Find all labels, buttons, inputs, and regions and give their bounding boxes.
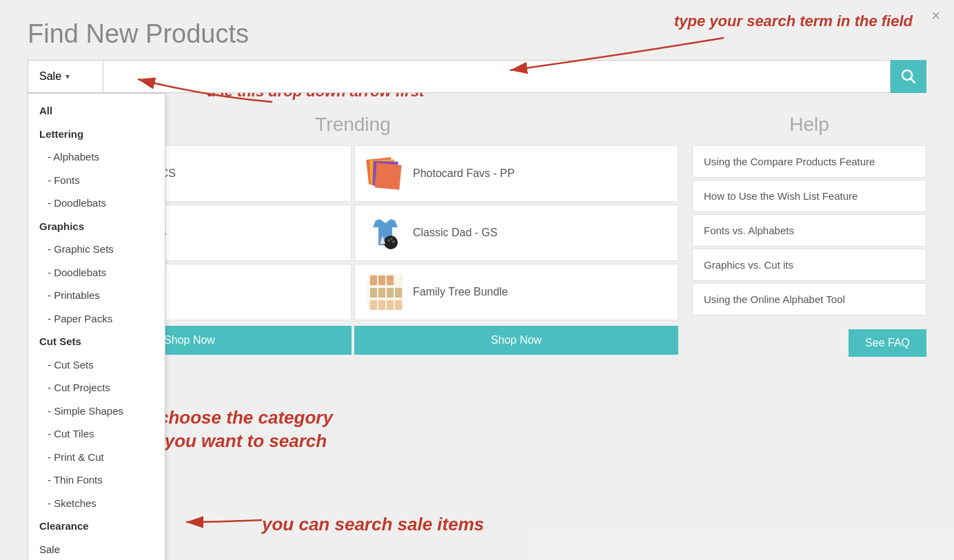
shop-now-right-button[interactable]: Shop Now [354,326,678,355]
search-bar: Sale ▾ [28,60,926,93]
see-faq-button[interactable]: See FAQ [849,329,926,357]
svg-rect-28 [378,300,385,310]
svg-rect-29 [387,300,394,310]
svg-rect-8 [374,163,401,189]
dropdown-menu: All Lettering - Alphabets - Fonts - Dood… [28,93,165,560]
svg-point-12 [384,236,398,249]
menu-item-fonts[interactable]: - Fonts [28,169,165,192]
dropdown-arrow-icon: ▾ [65,72,70,81]
help-item-graphics-cutits[interactable]: Graphics vs. Cut its [692,249,926,281]
menu-item-simple-shapes[interactable]: - Simple Shapes [28,400,165,423]
svg-rect-22 [387,276,394,285]
svg-rect-23 [370,288,377,298]
search-bar-wrapper: Sale ▾ All Lettering - Alphabets - Fonts… [28,60,926,93]
product-thumb-photocard [365,153,406,194]
close-button[interactable]: × [931,8,940,23]
help-item-alphabet-tool[interactable]: Using the Online Alphabet Tool [692,283,926,315]
product-card-classic-dad[interactable]: Classic Dad - GS [354,205,678,261]
svg-line-1 [911,79,915,83]
product-name-classic-dad: Classic Dad - GS [413,227,498,239]
product-name-family-tree: Family Tree Bundle [413,286,508,298]
product-card-family-tree[interactable]: Family Tree Bundle [354,264,678,320]
svg-rect-24 [378,288,385,298]
search-input[interactable] [103,60,891,93]
menu-item-graphics[interactable]: Graphics [28,215,165,238]
menu-item-all[interactable]: All [28,99,165,123]
menu-item-thin-fonts[interactable]: - Thin Fonts [28,468,165,492]
menu-item-cut-sets[interactable]: Cut Sets [28,330,165,353]
menu-item-cut-tiles[interactable]: - Cut Tiles [28,422,165,446]
modal-title: Find New Products [28,19,926,49]
menu-item-clearance[interactable]: Clearance [28,515,165,538]
menu-item-paper-packs[interactable]: - Paper Packs [28,307,165,331]
menu-item-lettering[interactable]: Lettering [28,123,165,146]
menu-item-printables[interactable]: - Printables [28,284,165,307]
menu-item-alphabets[interactable]: - Alphabets [28,145,165,169]
svg-rect-26 [395,288,402,298]
modal-overlay: × Find New Products Sale ▾ All Lettering… [0,0,954,560]
svg-rect-20 [370,276,377,285]
svg-rect-21 [378,276,385,285]
menu-item-cut-projects[interactable]: - Cut Projects [28,376,165,400]
help-item-fonts-alphabets[interactable]: Fonts vs. Alphabets [692,214,926,247]
product-card-photocard[interactable]: Photocard Favs - PP [354,145,678,202]
help-list: Using the Compare Products Feature How t… [692,145,926,315]
help-item-compare[interactable]: Using the Compare Products Feature [692,145,926,178]
search-icon [901,69,916,84]
search-submit-button[interactable] [891,60,926,93]
svg-rect-27 [370,300,377,310]
help-item-wishlist[interactable]: How to Use the Wish List Feature [692,180,926,212]
product-name-photocard: Photocard Favs - PP [413,167,515,180]
svg-point-13 [387,239,390,242]
menu-item-doodlebats-lettering[interactable]: - Doodlebats [28,191,165,215]
menu-item-sketches[interactable]: - Sketches [28,492,165,515]
product-thumb-family-tree [365,271,406,313]
menu-item-print-cut[interactable]: - Print & Cut [28,446,165,469]
svg-point-14 [390,238,393,240]
dropdown-label: Sale [39,70,61,83]
help-title: Help [692,114,926,136]
menu-item-doodlebats-graphics[interactable]: - Doodlebats [28,261,165,284]
menu-item-cut-sets-sub[interactable]: - Cut Sets [28,353,165,377]
category-dropdown-button[interactable]: Sale ▾ [28,60,103,93]
menu-item-sale[interactable]: Sale [28,538,165,561]
menu-item-graphic-sets[interactable]: - Graphic Sets [28,238,165,261]
svg-rect-25 [387,288,394,298]
svg-rect-30 [395,300,402,310]
svg-point-15 [392,240,395,243]
product-thumb-classic-dad [365,212,406,253]
help-section: Help Using the Compare Products Feature … [692,114,926,546]
